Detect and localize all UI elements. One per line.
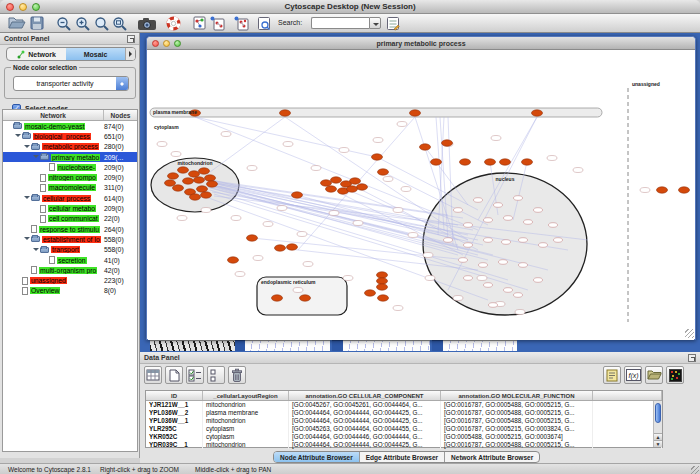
node-selected-orange[interactable] (321, 180, 332, 186)
col-region[interactable]: _cellularLayoutRegion (203, 391, 289, 400)
tree-row[interactable]: cell communicat22(0) (3, 214, 137, 224)
expand-arrow-icon[interactable] (33, 246, 40, 254)
tree-row[interactable]: primary metabo209(... (3, 152, 137, 162)
node-selected-orange[interactable] (207, 181, 218, 187)
col-molecular[interactable]: annotation.GO MOLECULAR_FUNCTION (441, 391, 593, 400)
tree-row[interactable]: cellular metabo209(0) (3, 203, 137, 213)
background-window-strip[interactable] (343, 340, 430, 351)
expand-arrow-icon[interactable] (15, 132, 22, 140)
node-small[interactable] (453, 296, 463, 301)
network-canvas[interactable]: plasma membranecytoplasmmitochondrionnuc… (148, 50, 694, 340)
table-row[interactable]: YPL036W__1mitochondrion[GO:0044464, GO:0… (146, 417, 662, 425)
tree-row[interactable]: biological_process651(0) (3, 131, 137, 141)
node-small[interactable] (373, 138, 383, 143)
node-small[interactable] (329, 211, 339, 216)
node-selected-orange[interactable] (377, 284, 388, 290)
node-selected-orange[interactable] (347, 186, 358, 192)
node-small[interactable] (489, 303, 498, 308)
node-selected-orange[interactable] (522, 159, 533, 165)
node-small[interactable] (479, 263, 488, 268)
node-small[interactable] (303, 262, 313, 267)
node-small[interactable] (477, 276, 487, 281)
node-small[interactable] (397, 122, 407, 127)
node-selected-orange[interactable] (410, 110, 421, 116)
tree-row[interactable]: multi-organism pro42(0) (3, 265, 137, 275)
node-selected-orange[interactable] (194, 177, 205, 183)
network-window-titlebar[interactable]: primary metabolic process (147, 37, 695, 50)
node-selected-orange[interactable] (485, 159, 496, 165)
node-selected-orange[interactable] (199, 168, 210, 174)
background-window-strip[interactable] (245, 340, 330, 351)
tab-network-attribute-browser[interactable]: Network Attribute Browser (445, 452, 539, 462)
delete-attribute-icon[interactable] (228, 366, 246, 384)
node-selected-orange[interactable] (165, 180, 176, 186)
matrix-icon[interactable] (666, 366, 684, 384)
node-small[interactable] (221, 132, 231, 137)
node-selected-orange[interactable] (377, 272, 388, 278)
node-selected-orange[interactable] (287, 244, 298, 250)
node-small[interactable] (547, 156, 557, 161)
node-small[interactable] (343, 276, 353, 281)
node-small[interactable] (464, 223, 473, 228)
scroll-up-icon[interactable]: ▲ (654, 433, 662, 440)
node-small[interactable] (177, 216, 187, 221)
node-small[interactable] (235, 272, 245, 277)
table-row[interactable]: YJR121W__1mitochondrion[GO:0045267, GO:0… (146, 401, 662, 409)
node-selected-orange[interactable] (442, 140, 453, 146)
node-selected-orange[interactable] (365, 290, 376, 296)
tree-row[interactable]: response to stimulu264(0) (3, 224, 137, 234)
node-small[interactable] (534, 208, 543, 213)
node-selected-orange[interactable] (420, 144, 431, 150)
tree-row[interactable]: mosaic-demo-yeast874(0) (3, 121, 137, 131)
float-panel-icon[interactable] (127, 35, 135, 43)
new-attribute-icon[interactable] (165, 366, 183, 384)
node-small[interactable] (484, 218, 493, 223)
node-small[interactable] (393, 306, 403, 311)
node-small[interactable] (444, 238, 453, 243)
node-small[interactable] (549, 223, 558, 228)
node-small[interactable] (515, 310, 525, 315)
node-selected-orange[interactable] (178, 167, 189, 173)
node-small[interactable] (283, 142, 293, 147)
node-small[interactable] (408, 233, 418, 238)
node-small[interactable] (393, 208, 403, 213)
node-selected-orange[interactable] (679, 187, 690, 193)
tree-row[interactable]: macromolecule311(0) (3, 183, 137, 193)
node-selected-orange[interactable] (190, 194, 201, 200)
node-small[interactable] (311, 166, 321, 171)
node-selected-orange[interactable] (500, 159, 511, 165)
node-selected-orange[interactable] (372, 154, 383, 160)
node-selected-orange[interactable] (357, 184, 368, 190)
node-small[interactable] (464, 276, 473, 281)
node-small[interactable] (504, 288, 513, 293)
network-overview-icon[interactable] (193, 16, 206, 34)
node-small[interactable] (484, 283, 493, 288)
expand-arrow-icon[interactable] (24, 143, 31, 151)
node-small[interactable] (573, 168, 583, 173)
node-small[interactable] (519, 263, 528, 268)
tab-scroll-right-icon[interactable] (125, 48, 135, 60)
function-builder-icon[interactable]: f(x) (624, 366, 642, 384)
search-input[interactable] (311, 17, 369, 29)
node-small[interactable] (383, 177, 393, 182)
tab-node-attribute-browser[interactable]: Node Attribute Browser (274, 452, 360, 462)
node-selected-orange[interactable] (189, 171, 200, 177)
node-small[interactable] (519, 238, 528, 243)
tree-row[interactable]: establishment of lo558(0) (3, 234, 137, 244)
node-color-dropdown[interactable]: transporter activity (13, 76, 129, 91)
tree-row[interactable]: cellular process614(0) (3, 193, 137, 203)
node-small[interactable] (504, 216, 513, 221)
node-selected-orange[interactable] (331, 177, 342, 183)
node-small[interactable] (494, 203, 503, 208)
scroll-down-icon[interactable]: ▼ (654, 440, 662, 447)
node-selected-orange[interactable] (201, 192, 212, 198)
node-selected-orange[interactable] (350, 178, 361, 184)
table-row[interactable]: YLR295Ccytoplasm[GO:0045263, GO:0044464,… (146, 425, 662, 433)
import-attributes-icon[interactable] (645, 366, 663, 384)
node-small[interactable] (401, 187, 411, 192)
node-small[interactable] (293, 288, 303, 293)
table-row[interactable]: YDR039C__1mitochondrion[GO:0044464, GO:0… (146, 441, 662, 449)
node-selected-orange[interactable] (326, 186, 337, 192)
tree-row[interactable]: metabolic process280(0) (3, 142, 137, 152)
node-selected-orange[interactable] (197, 186, 208, 192)
